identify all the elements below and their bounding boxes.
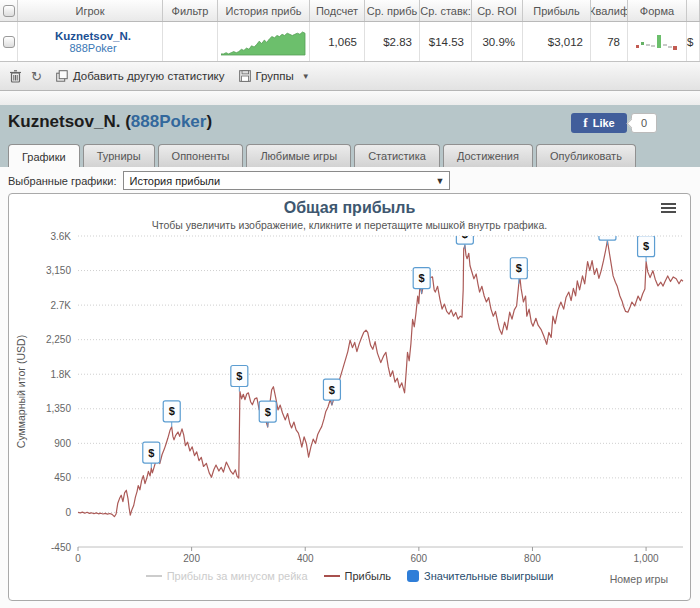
refresh-icon[interactable]: ↻ xyxy=(31,69,42,84)
profit-chart[interactable]: 3.6K3,1502.7K2,2501.8K1,3509004500-45002… xyxy=(9,194,690,600)
delete-icon[interactable] xyxy=(10,70,21,83)
col-header-count[interactable]: Подсчет xyxy=(310,0,365,21)
legend-item-significant-wins[interactable]: Значительные выигрыши xyxy=(407,570,553,582)
select-all-checkbox[interactable] xyxy=(3,5,15,17)
row-checkbox[interactable] xyxy=(3,36,15,48)
legend-line-swatch xyxy=(146,575,162,577)
separator-strip xyxy=(0,91,700,105)
svg-text:450: 450 xyxy=(54,472,71,483)
chart-context-menu-button[interactable] xyxy=(661,203,676,215)
add-statistic-label: Добавить другую статистику xyxy=(73,70,225,82)
legend-label: Значительные выигрыши xyxy=(424,570,553,582)
tab-content: Выбранные графики: История прибыли ▼ 3.6… xyxy=(0,167,700,608)
profile-header: Kuznetsov_N. (888Poker) f Like 0 Графики… xyxy=(0,105,700,167)
tab-tournaments[interactable]: Турниры xyxy=(83,144,155,167)
profit-history-sparkline-cell xyxy=(218,22,310,61)
page-title: Kuznetsov_N. (888Poker) xyxy=(8,112,212,132)
add-statistic-button[interactable]: Добавить другую статистику xyxy=(56,70,225,82)
svg-text:3.6K: 3.6K xyxy=(50,231,71,242)
sparkline-chart xyxy=(221,27,307,57)
tab-statistics[interactable]: Статистика xyxy=(354,144,440,167)
legend-item-profit[interactable]: Прибыль xyxy=(324,570,392,582)
copy-icon xyxy=(56,70,68,82)
svg-text:$: $ xyxy=(265,406,271,418)
col-header-partial xyxy=(687,0,700,21)
stats-table-header: Игрок Фильтр История прибь Подсчет Ср. п… xyxy=(0,0,700,22)
legend-label: Прибыль за минусом рейка xyxy=(167,570,308,582)
tab-charts[interactable]: Графики xyxy=(8,144,80,168)
svg-text:200: 200 xyxy=(183,553,200,564)
svg-text:$: $ xyxy=(236,370,242,382)
svg-text:1.8K: 1.8K xyxy=(50,369,71,380)
chart-subtitle: Чтобы увеличить изображение, кликните и … xyxy=(9,219,690,231)
tab-achievements[interactable]: Достижения xyxy=(443,144,533,167)
col-header-form[interactable]: Форма xyxy=(628,0,687,21)
facebook-like-button[interactable]: f Like xyxy=(571,113,627,133)
svg-text:900: 900 xyxy=(54,438,71,449)
player-cell[interactable]: Kuznetsov_N. 888Poker xyxy=(18,22,163,61)
col-header-avg-roi[interactable]: Ср. ROI xyxy=(472,0,523,21)
chart-selector-label: Выбранные графики: xyxy=(8,175,116,187)
chart-type-value: История прибыли xyxy=(129,175,220,187)
legend-label: Прибыль xyxy=(345,570,392,582)
like-label: Like xyxy=(593,117,615,129)
col-header-avg-stake[interactable]: Ср. ставк: xyxy=(420,0,472,21)
player-title-site[interactable]: 888Poker xyxy=(131,112,207,131)
groups-icon xyxy=(239,70,251,82)
svg-text:1,000: 1,000 xyxy=(634,553,659,564)
svg-text:2,250: 2,250 xyxy=(46,334,71,345)
svg-text:$: $ xyxy=(148,447,154,459)
col-header-profit-history[interactable]: История прибь xyxy=(218,0,310,21)
svg-text:$: $ xyxy=(169,405,175,417)
page: Игрок Фильтр История прибь Подсчет Ср. п… xyxy=(0,0,700,608)
col-header-player[interactable]: Игрок xyxy=(18,0,163,21)
avg-stake-cell: $14.53 xyxy=(420,22,472,61)
tab-bar: Графики Турниры Оппоненты Любимые игры С… xyxy=(8,144,636,168)
select-all-checkbox-cell[interactable] xyxy=(0,0,18,21)
tab-opponents[interactable]: Оппоненты xyxy=(158,144,244,167)
svg-text:$: $ xyxy=(329,384,335,396)
select-caret-icon: ▼ xyxy=(436,176,445,186)
col-header-qualified[interactable]: Квалиф xyxy=(591,0,628,21)
svg-text:1,350: 1,350 xyxy=(46,403,71,414)
svg-text:-450: -450 xyxy=(51,542,71,553)
facebook-icon: f xyxy=(583,115,587,131)
col-header-avg-profit[interactable]: Ср. прибь xyxy=(365,0,420,21)
groups-button[interactable]: Группы ▼ xyxy=(239,70,310,82)
profit-chart-panel[interactable]: 3.6K3,1502.7K2,2501.8K1,3509004500-45002… xyxy=(8,193,691,601)
row-checkbox-cell[interactable] xyxy=(0,22,18,61)
significant-win-flag: $ xyxy=(231,366,248,392)
svg-text:$: $ xyxy=(419,272,425,284)
svg-text:400: 400 xyxy=(297,553,314,564)
qualified-cell: 78 xyxy=(591,22,628,61)
tab-publish[interactable]: Опубликовать xyxy=(536,144,636,167)
significant-win-flag: $ xyxy=(163,401,180,427)
legend-line-swatch xyxy=(324,575,340,577)
significant-win-flag: $ xyxy=(323,379,340,405)
partial-cell: $ xyxy=(687,22,700,61)
tab-favorite-games[interactable]: Любимые игры xyxy=(246,144,351,167)
svg-text:$: $ xyxy=(516,262,522,274)
chart-selector-row: Выбранные графики: История прибыли ▼ xyxy=(8,171,450,190)
groups-caret-icon: ▼ xyxy=(302,72,310,81)
significant-win-flag: $ xyxy=(638,236,655,262)
count-cell: 1,065 xyxy=(310,22,365,61)
significant-win-flag: $ xyxy=(259,401,276,427)
player-title-name: Kuznetsov_N. ( xyxy=(8,112,131,131)
player-name[interactable]: Kuznetsov_N. xyxy=(55,30,131,42)
svg-text:$: $ xyxy=(643,240,649,252)
like-count-badge: 0 xyxy=(631,113,657,133)
col-header-profit[interactable]: Прибыль xyxy=(523,0,591,21)
col-header-filter[interactable]: Фильтр xyxy=(163,0,218,21)
legend-flag-swatch xyxy=(407,570,419,582)
profit-cell: $3,012 xyxy=(523,22,591,61)
player-title-close: ) xyxy=(206,112,212,131)
legend-item-profit-minus-rake[interactable]: Прибыль за минусом рейка xyxy=(146,570,308,582)
svg-text:800: 800 xyxy=(524,553,541,564)
significant-win-flag: $ xyxy=(413,268,430,294)
groups-label: Группы xyxy=(256,70,294,82)
chart-legend: Прибыль за минусом рейка Прибыль Значите… xyxy=(9,570,690,582)
svg-text:3,150: 3,150 xyxy=(46,265,71,276)
form-cell xyxy=(628,22,687,61)
chart-type-select[interactable]: История прибыли ▼ xyxy=(123,171,450,190)
